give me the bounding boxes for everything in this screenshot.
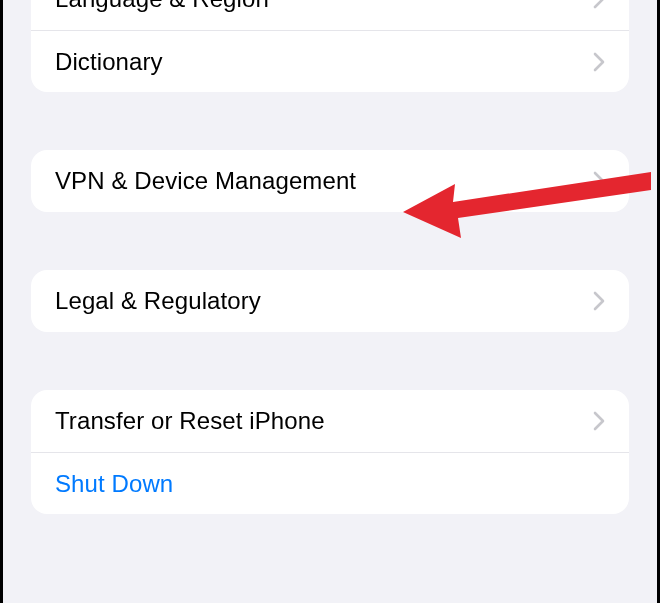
row-label: Legal & Regulatory <box>55 287 261 315</box>
settings-scroll: Language & Region Dictionary VPN & Devic… <box>3 0 657 514</box>
row-transfer-reset[interactable]: Transfer or Reset iPhone <box>31 390 629 452</box>
row-language-region[interactable]: Language & Region <box>31 0 629 30</box>
row-vpn-device-management[interactable]: VPN & Device Management <box>31 150 629 212</box>
chevron-right-icon <box>593 171 605 191</box>
row-label: VPN & Device Management <box>55 167 356 195</box>
chevron-right-icon <box>593 411 605 431</box>
settings-group-reset: Transfer or Reset iPhone Shut Down <box>31 390 629 514</box>
row-label: Language & Region <box>55 0 269 13</box>
chevron-right-icon <box>593 0 605 9</box>
chevron-right-icon <box>593 52 605 72</box>
row-label: Dictionary <box>55 48 163 76</box>
row-legal-regulatory[interactable]: Legal & Regulatory <box>31 270 629 332</box>
row-label: Shut Down <box>55 470 173 498</box>
settings-group-general-top: Language & Region Dictionary <box>31 0 629 92</box>
row-shut-down[interactable]: Shut Down <box>31 452 629 514</box>
row-label: Transfer or Reset iPhone <box>55 407 325 435</box>
row-dictionary[interactable]: Dictionary <box>31 30 629 92</box>
settings-group-legal: Legal & Regulatory <box>31 270 629 332</box>
chevron-right-icon <box>593 291 605 311</box>
settings-group-vpn: VPN & Device Management <box>31 150 629 212</box>
